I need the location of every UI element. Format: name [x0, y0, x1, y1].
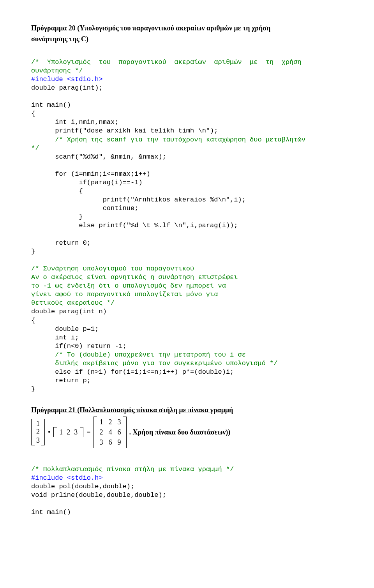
code-comment: διπλής ακρίβειας μόνο για τον συγκεκριμέ… [31, 360, 278, 367]
code-comment: /* To (double) υποχρεώνει την μετατροπή … [55, 351, 246, 358]
code-line: } [31, 385, 35, 393]
code-line: int i; [31, 334, 79, 341]
code-line: double p=1; [31, 325, 99, 333]
mat-cell: 4 [108, 427, 112, 437]
code-line: } [31, 213, 83, 221]
code-line [31, 136, 55, 143]
code-line: continue; [31, 205, 138, 212]
mat-cell: 3 [99, 438, 103, 447]
prog21-title-tail: . Χρήση πίνακα δυο διαστάσεων)) [127, 427, 230, 437]
code-line: if(n<0) return -1; [31, 343, 127, 350]
mat-cell: 2 [67, 427, 70, 437]
code-line: { [31, 110, 35, 117]
code-line: printf("dose arxikh kai telikh timh \n")… [31, 127, 218, 134]
code-preproc: #include <stdio.h> [31, 76, 103, 83]
column-vector: 1 2 3 [31, 419, 45, 446]
code-line: double pol(double,double); [31, 483, 134, 490]
code-line: else if (n>1) for(i=1;i<=n;i++) p*=(doub… [31, 368, 234, 376]
code-comment: συνάρτησης */ [31, 67, 83, 74]
mat-cell: 9 [117, 438, 121, 447]
code-comment: /* Συνάρτηση υπολογισμού του παραγοντικο… [31, 265, 194, 272]
prog20-title-line2: συνάρτησης της C) [31, 34, 343, 44]
prog21-code: /* Πολλαπλασιασμός πίνακα στήλη με πίνακ… [31, 457, 343, 517]
code-line: scanf("%d%d", &nmin, &nmax); [31, 153, 166, 161]
code-comment: το -1 ως ένδειξη ότι ο υπολογισμός δεν η… [31, 282, 226, 290]
mat-cell: 2 [36, 428, 40, 436]
code-comment: γίνει αφού το παραγοντικό υπολογίζεται μ… [31, 291, 218, 298]
mat-cell: 1 [99, 417, 103, 427]
code-comment: θετικούς ακεραίους */ [31, 299, 115, 307]
code-preproc: #include <stdio.h> [31, 474, 103, 482]
code-comment: Αν ο ακέραιος είναι αρνητικός η συνάρτησ… [31, 274, 238, 281]
code-line: if(parag(i)==-1) [31, 179, 143, 186]
mat-cell: 6 [117, 427, 121, 437]
code-line: return 0; [31, 239, 91, 247]
result-matrix: 1 2 3 2 4 6 3 6 9 [94, 417, 127, 448]
code-line: double parag(int); [31, 84, 103, 92]
mat-cell: 3 [36, 436, 40, 445]
code-line: int main() [31, 509, 71, 516]
equals-op: = [84, 427, 93, 437]
prog20-title-line1: Πρόγραμμα 20 (Υπολογισμός του παραγοντικ… [31, 23, 343, 33]
code-comment: */ [31, 145, 39, 152]
mat-cell: 6 [108, 438, 112, 447]
mat-cell: 1 [36, 420, 40, 428]
mat-cell: 3 [117, 417, 121, 427]
code-line: for (i=nmin;i<=nmax;i++) [31, 170, 150, 178]
prog20-code: /* Υπολογισμός του παραγοντικού ακεραίων… [31, 49, 343, 394]
code-line: void prline(double,double,double); [31, 491, 166, 499]
code-line: int i,nmin,nmax; [31, 118, 118, 126]
dot-op: • [46, 427, 53, 437]
code-line: printf("Arnhtikos akeraios %d\n",i); [31, 196, 246, 203]
code-comment: /* Πολλαπλασιασμός πίνακα στήλη με πίνακ… [31, 466, 234, 473]
code-line: return p; [31, 377, 91, 384]
code-line [31, 351, 55, 358]
prog21-title: Πρόγραμμα 21 (Πολλαπλασιασμός πίνακα στή… [31, 405, 343, 415]
code-line: int main() [31, 101, 71, 109]
mat-cell: 2 [99, 427, 103, 437]
mat-cell: 1 [59, 427, 63, 437]
code-line: { [31, 317, 35, 324]
row-vector: 1 2 3 [53, 427, 83, 437]
code-comment: /* Υπολογισμός του παραγοντικού ακεραίων… [31, 58, 302, 66]
mat-cell: 3 [74, 427, 78, 437]
matrix-equation: 1 2 3 • 1 2 3 = 1 2 3 2 4 [31, 417, 343, 448]
code-line: { [31, 187, 83, 195]
code-line: } [31, 248, 35, 255]
mat-cell: 2 [108, 417, 112, 427]
code-line: double parag(int n) [31, 308, 107, 315]
code-comment: /* Χρήση της scanf για την ταυτόχρονη κα… [55, 136, 305, 143]
code-line: else printf("%d \t %.lf \n",i,parag(i)); [31, 222, 238, 229]
